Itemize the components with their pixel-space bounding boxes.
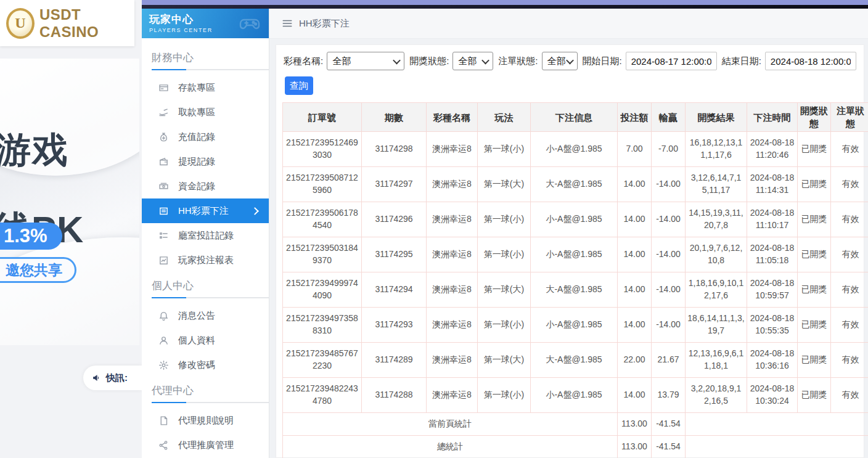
sidebar-item-label: 代理規則說明: [178, 415, 234, 427]
draw-status-select[interactable]: 全部: [452, 52, 493, 70]
table-header-cell: 開獎狀態: [798, 103, 831, 132]
table-cell: 31174295: [362, 237, 427, 272]
table-cell: 7.00: [618, 132, 652, 167]
lottery-label: 彩種名稱:: [284, 55, 323, 67]
table-cell: 小-A盤@1.985: [531, 378, 618, 413]
sidebar-item-玩家投注報表[interactable]: 玩家投注報表: [142, 248, 269, 272]
summary-bet-total: 113.00: [618, 413, 652, 436]
promo-banner: 游戏 线PK 1.3% 邀您共享: [0, 59, 139, 345]
document-icon: [158, 415, 169, 426]
table-header-cell: 下注信息: [531, 103, 618, 132]
section-divider: [152, 297, 269, 298]
end-date-input[interactable]: [765, 52, 856, 70]
table-cell: 第一球(小): [478, 237, 531, 272]
user-icon: [158, 335, 169, 346]
sidebar-item-代理推廣管理[interactable]: 代理推廣管理: [142, 433, 269, 457]
table-cell: 14.00: [618, 167, 652, 202]
start-date-input[interactable]: [626, 52, 717, 70]
clipboard-list-icon: [158, 231, 169, 241]
sidebar-section-title: 財務中心: [142, 44, 269, 69]
coin-monogram: U: [15, 15, 25, 31]
app-region: 玩家中心 PLAYERS CENTER 財務中心存款專區取款專區充值記錄提現記錄…: [142, 0, 868, 458]
table-cell: 2024-08-18 10:59:57: [747, 272, 798, 308]
table-header-cell: 玩法: [478, 103, 531, 132]
table-row: 215217239499974409031174294澳洲幸运8第一球(大)大-…: [283, 272, 868, 308]
table-cell: 已開獎: [798, 167, 831, 202]
table-cell: 有效: [831, 202, 868, 237]
table-cell: 18,6,14,11,1,3,19,7: [686, 308, 747, 343]
table-cell: 2024-08-18 10:55:35: [747, 308, 798, 343]
table-cell: 2152172395031849370: [283, 237, 362, 272]
table-cell: 已開獎: [798, 378, 831, 413]
table-cell: 澳洲幸运8: [427, 237, 478, 272]
table-cell: 2024-08-18 10:36:16: [747, 343, 798, 378]
table-cell: 有效: [831, 378, 868, 413]
table-cell: 已開獎: [798, 237, 831, 272]
table-cell: 14.00: [618, 202, 652, 237]
table-cell: 31174289: [362, 343, 427, 378]
sidebar-item-label: HH彩票下注: [178, 205, 229, 217]
table-header-cell: 下注時間: [747, 103, 798, 132]
table-cell: 澳洲幸运8: [427, 343, 478, 378]
table-cell: 大-A盤@1.985: [531, 167, 618, 202]
order-status-label: 注單狀態:: [498, 55, 538, 67]
table-header-cell: 訂單號: [283, 103, 362, 132]
sidebar-item-存款專區[interactable]: 存款專區: [142, 75, 269, 100]
table-cell: 31174293: [362, 308, 427, 343]
table-cell: 2152172394973588310: [283, 308, 362, 343]
sidebar-item-代理規則說明[interactable]: 代理規則說明: [142, 408, 269, 433]
query-button[interactable]: 查詢: [285, 76, 313, 95]
table-cell: 31174297: [362, 167, 427, 202]
table-row: 215217239482243478031174288澳洲幸运8第一球(小)小-…: [283, 378, 868, 413]
table-cell: 大-A盤@1.985: [531, 272, 618, 308]
table-cell: 第一球(小): [478, 202, 531, 237]
brand-name: USDT CASINO: [39, 6, 134, 41]
banner-headline-1: 游戏: [0, 126, 69, 174]
table-cell: 第一球(小): [478, 378, 531, 413]
summary-label: 總統計: [283, 436, 618, 458]
sidebar-item-取款專區[interactable]: 取款專區: [142, 100, 269, 125]
end-date-label: 結束日期:: [722, 55, 761, 67]
table-cell: 2152172395061784540: [283, 202, 362, 237]
sidebar-item-label: 修改密碼: [178, 359, 215, 371]
sidebar-item-label: 消息公告: [178, 310, 215, 322]
table-cell: 13.79: [652, 378, 686, 413]
table-cell: 2024-08-18 10:30:24: [747, 378, 798, 413]
sidebar-item-資金記錄[interactable]: 資金記錄: [142, 174, 269, 198]
table-cell: 第一球(小): [478, 308, 531, 343]
speaker-icon: [92, 373, 102, 383]
table-cell: 第一球(小): [478, 132, 531, 167]
table-header-cell: 輸贏: [652, 103, 686, 132]
sidebar-item-修改密碼[interactable]: 修改密碼: [142, 353, 269, 377]
table-cell: 已開獎: [798, 132, 831, 167]
summary-empty: [686, 436, 868, 458]
table-row: 215217239506178454031174296澳洲幸运8第一球(小)小-…: [283, 202, 868, 237]
invite-pill: 邀您共享: [0, 257, 76, 283]
table-cell: 20,1,9,7,6,12,10,8: [686, 237, 747, 272]
table-cell: 已開獎: [798, 343, 831, 378]
start-date-label: 開始日期:: [583, 55, 622, 67]
table-cell: -7.00: [652, 132, 686, 167]
hamburger-menu-icon[interactable]: [282, 18, 293, 29]
table-cell: 有效: [831, 167, 868, 202]
sidebar-item-提現記錄[interactable]: 提現記錄: [142, 149, 269, 174]
sidebar-item-消息公告[interactable]: 消息公告: [142, 303, 269, 328]
lottery-select[interactable]: 全部: [327, 52, 404, 70]
table-cell: 14.00: [618, 237, 652, 272]
order-status-select[interactable]: 全部: [542, 52, 578, 70]
table-cell: 1,18,16,9,10,12,17,6: [686, 272, 747, 308]
table-header-cell: 投注額: [618, 103, 652, 132]
table-cell: 小-A盤@1.985: [531, 237, 618, 272]
sidebar-item-充值記錄[interactable]: 充值記錄: [142, 125, 269, 149]
page-title: HH彩票下注: [299, 18, 350, 30]
table-cell: 有效: [831, 272, 868, 308]
table-cell: 16,18,12,13,11,1,17,6: [686, 132, 747, 167]
sidebar-item-label: 提現記錄: [178, 156, 215, 168]
sidebar-item-HH彩票下注[interactable]: HH彩票下注: [142, 198, 269, 223]
summary-winloss-total: -41.54: [652, 413, 686, 436]
sidebar-item-個人資料[interactable]: 個人資料: [142, 328, 269, 353]
share-icon: [158, 440, 169, 451]
sidebar-item-label: 取款專區: [178, 107, 215, 118]
table-cell: 2024-08-18 11:20:46: [747, 132, 798, 167]
sidebar-item-廳室投註記錄[interactable]: 廳室投註記錄: [142, 223, 269, 248]
